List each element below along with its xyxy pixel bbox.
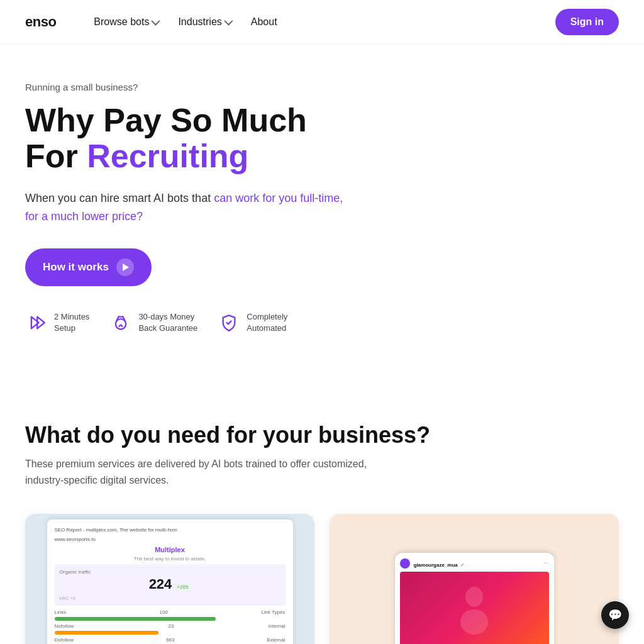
- trust-badges: 2 Minutes Setup 30-days Money Back Guara…: [25, 311, 352, 334]
- services-desc: These premium services are delivered by …: [25, 456, 377, 488]
- nav-links: Browse bots Industries About: [86, 11, 555, 33]
- social-card[interactable]: glamourgaze_mua ✓ ···: [330, 514, 619, 644]
- social-card-image: glamourgaze_mua ✓ ···: [330, 514, 619, 644]
- chevron-down-icon: [152, 16, 160, 25]
- badge-setup: 2 Minutes Setup: [25, 311, 89, 334]
- shield-icon: [218, 311, 240, 334]
- hero-subtitle: Running a small business?: [25, 82, 352, 92]
- services-title: What do you need for your business?: [25, 422, 619, 448]
- more-options-icon[interactable]: ···: [543, 560, 548, 567]
- medal-icon: [109, 311, 132, 334]
- hero-section: Running a small business? Why Pay So Muc…: [0, 44, 644, 384]
- avatar: [400, 558, 410, 569]
- navbar: enso Browse bots Industries About Sign i…: [0, 0, 644, 44]
- nav-browse-bots[interactable]: Browse bots: [86, 11, 165, 33]
- hero-headline: Why Pay So Much For Recruiting: [25, 103, 352, 174]
- service-cards: SEO Report - multiplex.com, The website …: [25, 514, 619, 644]
- chat-widget[interactable]: 💬: [601, 601, 629, 629]
- signin-button[interactable]: Sign in: [555, 9, 619, 35]
- how-it-works-button[interactable]: How it works: [25, 248, 152, 286]
- logo[interactable]: enso: [25, 14, 56, 30]
- badge-guarantee: 30-days Money Back Guarantee: [109, 311, 197, 334]
- svg-point-4: [460, 609, 488, 635]
- chevron-down-icon: [224, 16, 233, 25]
- chat-icon: 💬: [608, 608, 622, 622]
- hero-description: When you can hire smart AI bots that can…: [25, 189, 352, 226]
- badge-automated: Completely Automated: [218, 311, 287, 334]
- social-mockup: glamourgaze_mua ✓ ···: [395, 553, 554, 644]
- services-section: What do you need for your business? Thes…: [0, 384, 644, 644]
- nav-about[interactable]: About: [243, 11, 285, 33]
- seo-mockup: SEO Report - multiplex.com, The website …: [47, 519, 293, 644]
- svg-point-3: [465, 587, 483, 607]
- play-icon: [116, 258, 134, 276]
- seo-card[interactable]: SEO Report - multiplex.com, The website …: [25, 514, 314, 644]
- social-post-image: [400, 572, 549, 644]
- fast-forward-icon: [25, 311, 48, 334]
- nav-industries[interactable]: Industries: [170, 11, 238, 33]
- seo-card-image: SEO Report - multiplex.com, The website …: [25, 514, 314, 644]
